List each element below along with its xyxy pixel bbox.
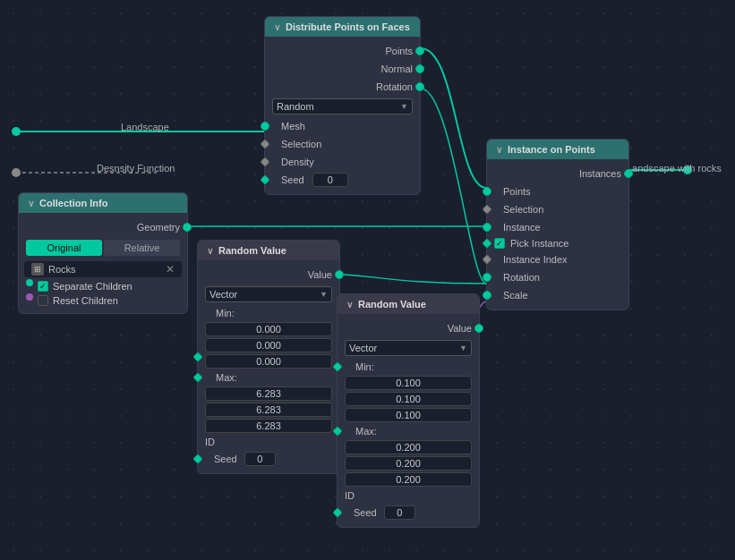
random1-min-val2 <box>198 337 339 353</box>
random1-max-z[interactable] <box>205 419 332 433</box>
rocks-close-icon[interactable]: ✕ <box>166 263 175 276</box>
input-mesh-socket[interactable] <box>261 122 269 131</box>
instance-on-points-node: ∨ Instance on Points Instances Points Se… <box>486 139 629 310</box>
input-seed-socket[interactable] <box>260 174 269 184</box>
random2-id-row: ID <box>338 488 479 504</box>
original-button[interactable]: Original <box>26 240 102 256</box>
collection-info-node: ∨ Collection Info Geometry Original Rela… <box>18 192 188 314</box>
separate-children-label: Separate Children <box>53 281 132 292</box>
random2-max-y[interactable] <box>345 456 472 471</box>
input-iop-pick-socket[interactable] <box>482 238 491 248</box>
random2-min-val1 <box>338 375 479 391</box>
rocks-collection-row[interactable]: ⊞ Rocks ✕ <box>24 261 182 277</box>
input-iop-selection-label: Selection <box>503 204 543 215</box>
separate-children-socket <box>26 279 33 286</box>
collection-collapse-arrow[interactable]: ∨ <box>28 199 34 208</box>
random2-seed-row: Seed <box>338 504 479 522</box>
random1-max-socket[interactable] <box>192 372 202 382</box>
random2-min-x[interactable] <box>345 376 472 390</box>
input-iop-selection-socket[interactable] <box>482 204 491 214</box>
random2-title: Random Value <box>358 299 426 310</box>
output-rotation-socket[interactable] <box>415 82 424 91</box>
random2-output-socket[interactable] <box>474 324 483 333</box>
random1-min-val1 <box>198 321 339 337</box>
random2-max-label-row: Max: <box>338 423 479 439</box>
random1-dropdown-value: Vector <box>209 289 237 300</box>
random2-header: ∨ Random Value <box>338 294 479 314</box>
input-iop-index-socket[interactable] <box>482 254 491 264</box>
input-seed-row: Seed <box>265 171 420 189</box>
distribute-dropdown[interactable]: Random ▼ <box>272 98 413 115</box>
pick-instance-label: Pick Instance <box>510 238 568 249</box>
random2-seed-socket[interactable] <box>332 507 342 517</box>
input-density-socket[interactable] <box>260 157 269 166</box>
random2-dropdown-container: Vector ▼ <box>338 337 479 359</box>
reset-children-socket <box>26 293 33 301</box>
random2-id-label: ID <box>345 490 355 501</box>
pick-instance-checkbox[interactable]: ✓ <box>494 238 505 249</box>
random1-collapse-arrow[interactable]: ∨ <box>207 246 213 256</box>
output-geometry-socket[interactable] <box>183 223 192 232</box>
input-selection-label: Selection <box>281 139 321 149</box>
output-points-row: Points <box>265 42 420 60</box>
random1-max-val2 <box>198 402 339 418</box>
input-iop-index-label: Instance Index <box>503 254 568 265</box>
random2-seed-input[interactable] <box>384 505 415 520</box>
distribute-points-node: ∨ Distribute Points on Faces Points Norm… <box>264 16 421 195</box>
random1-max-label-row: Max: <box>198 369 339 386</box>
random1-max-x[interactable] <box>205 386 332 401</box>
transform-mode-group: Original Relative <box>19 236 187 259</box>
collapse-arrow[interactable]: ∨ <box>274 22 280 32</box>
input-iop-rotation-socket[interactable] <box>483 273 491 282</box>
random1-id-label: ID <box>205 437 215 447</box>
random1-dropdown[interactable]: Vector ▼ <box>205 286 332 302</box>
input-iop-pick-instance-row: ✓ Pick Instance <box>487 236 628 250</box>
random2-max-x[interactable] <box>345 440 472 454</box>
random2-seed-label: Seed <box>354 507 377 518</box>
distribute-node-header: ∨ Distribute Points on Faces <box>265 17 420 37</box>
random1-min-y[interactable] <box>205 338 332 352</box>
input-iop-scale-socket[interactable] <box>483 291 491 300</box>
input-iop-points-label: Points <box>503 186 531 197</box>
output-rotation-row: Rotation <box>265 78 420 96</box>
random2-min-z[interactable] <box>345 408 472 422</box>
output-normal-socket[interactable] <box>415 64 424 73</box>
random1-min-z[interactable] <box>205 354 332 369</box>
distribute-dropdown-value: Random <box>277 101 314 112</box>
random2-max-z[interactable] <box>345 472 472 487</box>
random1-seed-socket[interactable] <box>192 454 202 463</box>
random1-min-x[interactable] <box>205 322 332 336</box>
input-selection-socket[interactable] <box>260 139 269 148</box>
svg-point-3 <box>12 127 21 136</box>
random2-dropdown-value: Vector <box>349 343 377 353</box>
output-points-label: Points <box>385 46 413 56</box>
random2-min-y[interactable] <box>345 392 472 406</box>
collection-node-header: ∨ Collection Info <box>19 193 187 213</box>
input-iop-instance-socket[interactable] <box>483 223 491 232</box>
random2-min-label-row: Min: <box>338 359 479 375</box>
random2-collapse-arrow[interactable]: ∨ <box>346 300 353 310</box>
input-iop-points-socket[interactable] <box>483 187 491 196</box>
landscape-label: Landscape <box>121 122 169 132</box>
rocks-label: Rocks <box>48 264 76 275</box>
instance-collapse-arrow[interactable]: ∨ <box>496 145 502 155</box>
separate-children-checkbox[interactable]: ✓ <box>38 281 48 292</box>
random1-output-socket[interactable] <box>335 270 344 279</box>
instance-node-title: Instance on Points <box>508 144 595 155</box>
seed-input[interactable] <box>312 173 348 187</box>
output-instances-socket[interactable] <box>624 169 633 178</box>
random1-seed-row: Seed <box>198 450 339 468</box>
input-iop-rotation-label: Rotation <box>503 272 540 283</box>
landscape-with-rocks-label: Landscape with rocks <box>627 163 722 174</box>
reset-children-checkbox[interactable] <box>38 295 48 306</box>
random-value-node-1: ∨ Random Value Value Vector ▼ Min: Max: <box>197 240 340 474</box>
random2-dropdown-arrow: ▼ <box>459 344 467 352</box>
random2-dropdown[interactable]: Vector ▼ <box>345 340 472 356</box>
random1-max-y[interactable] <box>205 403 332 417</box>
random1-output-row: Value <box>198 266 339 284</box>
reset-children-label: Reset Children <box>53 295 118 306</box>
density-function-label: Desnsity Function <box>97 163 175 174</box>
output-points-socket[interactable] <box>415 47 424 55</box>
relative-button[interactable]: Relative <box>104 240 180 256</box>
random1-seed-input[interactable] <box>244 452 276 466</box>
